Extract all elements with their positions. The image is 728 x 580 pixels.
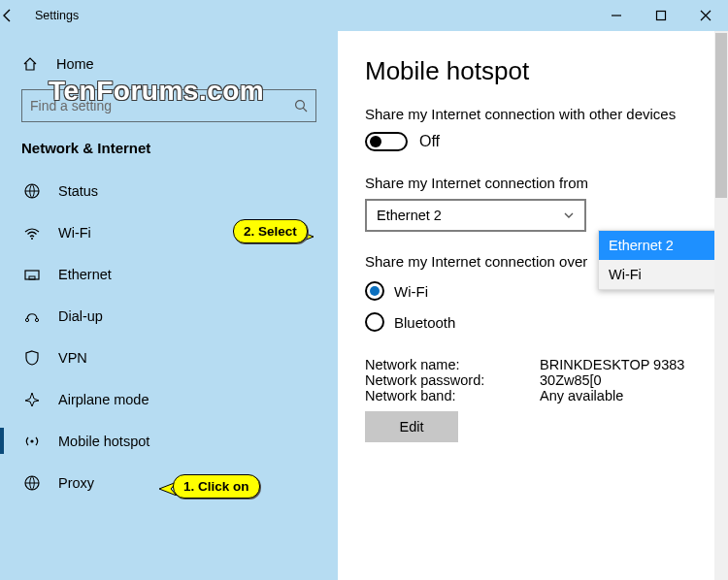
maximize-button[interactable] xyxy=(639,0,683,31)
share-toggle[interactable] xyxy=(365,132,408,151)
dropdown-option-ethernet2[interactable]: Ethernet 2 xyxy=(599,231,723,260)
net-pass-key: Network password: xyxy=(365,372,540,388)
edit-button[interactable]: Edit xyxy=(365,411,458,442)
net-name-value: BRINKDESKTOP 9383 xyxy=(540,357,684,372)
sidebar-item-mobile-hotspot[interactable]: Mobile hotspot xyxy=(0,420,338,462)
net-band-key: Network band: xyxy=(365,388,540,403)
network-details: Network name:BRINKDESKTOP 9383 Network p… xyxy=(365,357,709,403)
share-toggle-state: Off xyxy=(419,133,440,150)
home-icon xyxy=(21,56,39,72)
window-title: Settings xyxy=(29,9,79,22)
net-name-key: Network name: xyxy=(365,357,540,372)
svg-point-8 xyxy=(25,318,28,321)
sidebar-item-label: Wi-Fi xyxy=(58,225,91,241)
sidebar-home-label: Home xyxy=(56,56,94,72)
sidebar-item-status[interactable]: Status xyxy=(0,170,338,211)
minimize-button[interactable] xyxy=(594,0,639,31)
scrollbar-thumb[interactable] xyxy=(715,33,727,198)
net-band-value: Any available xyxy=(540,388,623,403)
share-from-selected: Ethernet 2 xyxy=(377,208,442,223)
page-title: Mobile hotspot xyxy=(365,56,709,86)
sidebar-item-ethernet[interactable]: Ethernet xyxy=(0,253,338,295)
status-icon xyxy=(23,182,41,200)
search-input[interactable] xyxy=(30,98,294,113)
net-pass-value: 30Zw85[0 xyxy=(540,372,602,388)
content-pane: Mobile hotspot Share my Internet connect… xyxy=(338,31,728,580)
proxy-icon xyxy=(23,474,41,492)
share-from-label: Share my Internet connection from xyxy=(365,175,709,191)
sidebar-item-label: Status xyxy=(58,183,98,199)
svg-point-10 xyxy=(30,439,33,442)
wifi-icon xyxy=(23,224,41,242)
callout-1: 1. Click on xyxy=(173,474,260,499)
sidebar-item-label: Airplane mode xyxy=(58,392,149,407)
radio-bluetooth-label: Bluetooth xyxy=(394,314,455,331)
sidebar-item-vpn[interactable]: VPN xyxy=(0,337,338,378)
share-toggle-label: Share my Internet connection with other … xyxy=(365,106,709,122)
close-button[interactable] xyxy=(683,0,728,31)
share-from-dropdown-menu: Ethernet 2 Wi-Fi xyxy=(598,230,724,290)
sidebar-item-label: Mobile hotspot xyxy=(58,434,149,449)
vpn-icon xyxy=(23,349,41,367)
svg-point-9 xyxy=(35,318,38,321)
airplane-icon xyxy=(23,391,41,408)
dialup-icon xyxy=(23,307,41,325)
sidebar-item-label: Proxy xyxy=(58,475,94,491)
search-input-wrapper[interactable] xyxy=(21,89,316,122)
sidebar-item-label: Ethernet xyxy=(58,267,112,282)
ethernet-icon xyxy=(23,266,41,283)
sidebar-item-dialup[interactable]: Dial-up xyxy=(0,295,338,337)
search-icon xyxy=(294,99,308,113)
sidebar-item-label: VPN xyxy=(58,350,87,366)
titlebar: Settings xyxy=(0,0,728,31)
svg-point-2 xyxy=(296,101,305,110)
sidebar-section-header: Network & Internet xyxy=(0,132,338,162)
callout-2: 2. Select xyxy=(233,219,308,243)
sidebar-home[interactable]: Home xyxy=(0,45,338,83)
hotspot-icon xyxy=(23,433,41,450)
back-button[interactable] xyxy=(0,8,29,23)
radio-wifi-label: Wi-Fi xyxy=(394,283,428,300)
sidebar-item-label: Dial-up xyxy=(58,308,103,324)
svg-point-5 xyxy=(31,238,33,240)
share-from-dropdown[interactable]: Ethernet 2 xyxy=(365,199,586,232)
radio-wifi[interactable] xyxy=(365,281,384,301)
sidebar: Home Network & Internet Status Wi-Fi Et xyxy=(0,31,338,580)
svg-line-3 xyxy=(303,108,307,112)
sidebar-item-airplane[interactable]: Airplane mode xyxy=(0,378,338,420)
svg-rect-7 xyxy=(29,276,35,279)
radio-bluetooth-row[interactable]: Bluetooth xyxy=(365,312,709,332)
radio-bluetooth[interactable] xyxy=(365,312,384,332)
dropdown-option-wifi[interactable]: Wi-Fi xyxy=(599,260,723,289)
chevron-down-icon xyxy=(563,209,575,221)
svg-rect-1 xyxy=(657,12,666,20)
svg-rect-6 xyxy=(25,271,39,279)
